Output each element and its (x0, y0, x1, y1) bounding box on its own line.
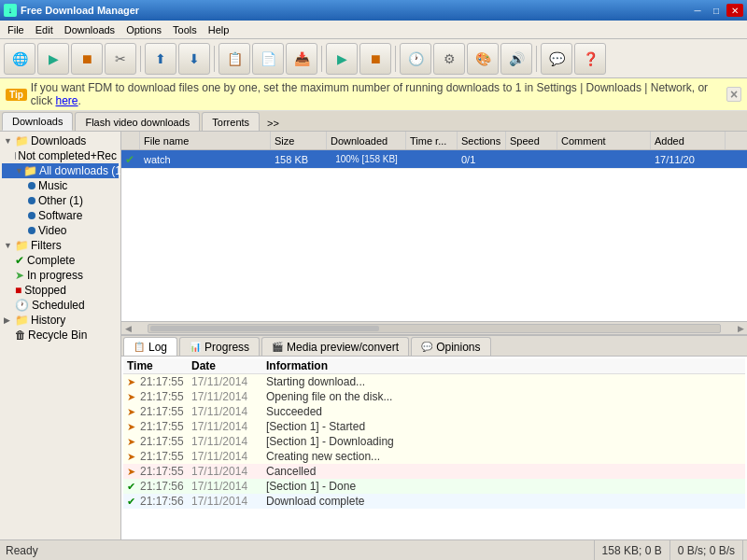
hscroll-thumb[interactable] (150, 326, 379, 331)
forum-button[interactable]: 💬 (541, 43, 572, 75)
sidebar-label-recycle-bin: Recycle Bin (28, 329, 87, 342)
log-row-date: 17/11/2014 (191, 480, 266, 493)
col-header-downloaded[interactable]: Downloaded (327, 132, 406, 149)
log-row: ➤ 21:17:55 17/11/2014 [Section 1] - Down… (123, 434, 745, 449)
start-all-button[interactable]: ▶ (326, 43, 358, 75)
menu-tools[interactable]: Tools (167, 22, 203, 37)
sidebar-item-scheduled[interactable]: 🕐 Scheduled (2, 298, 119, 313)
bottom-tab-progress-label: Progress (204, 341, 249, 354)
bottom-tab-opinions[interactable]: 💬 Opinions (411, 337, 490, 356)
sidebar-item-music[interactable]: Music (2, 178, 119, 193)
hscroll-right-button[interactable]: ▶ (734, 324, 747, 333)
row-time-remaining (406, 150, 458, 168)
log-row: ➤ 21:17:55 17/11/2014 Succeeded (123, 404, 745, 419)
sidebar-item-not-completed[interactable]: Not completed+Rec (2, 148, 119, 163)
sidebar-group-downloads[interactable]: ▼ 📁 Downloads (2, 133, 119, 148)
col-header-added[interactable]: Added (651, 132, 726, 149)
sidebar-label-complete: Complete (27, 254, 75, 267)
log-row-time: 21:17:55 (140, 435, 191, 448)
menu-help[interactable]: Help (203, 22, 235, 37)
sidebar-item-history[interactable]: ▶ 📁 History (2, 313, 119, 328)
sidebar-item-recycle-bin[interactable]: 🗑 Recycle Bin (2, 328, 119, 343)
col-header-comment[interactable]: Comment (557, 132, 651, 149)
check-icon: ✔ (125, 153, 134, 166)
log-row-icon: ➤ (127, 421, 140, 433)
toolbar-separator-5 (536, 46, 537, 72)
sidebar-label-history: History (31, 314, 65, 327)
help-button[interactable]: ❓ (574, 43, 606, 75)
stop-stopped-icon: ■ (15, 284, 21, 297)
main-area: ▼ 📁 Downloads Not completed+Rec ▼ 📁 All … (0, 132, 747, 539)
log-area: Time Date Information ➤ 21:17:55 17/11/2… (121, 357, 747, 539)
tab-downloads[interactable]: Downloads (2, 112, 73, 131)
tip-text: If you want FDM to download files one by… (31, 81, 723, 107)
title-bar: ↓ Free Download Manager ─ □ ✕ (0, 0, 747, 21)
log-rows-container: ➤ 21:17:55 17/11/2014 Starting download.… (123, 374, 745, 509)
recycle-bin-icon: 🗑 (15, 329, 26, 342)
log-row-icon: ➤ (127, 451, 140, 463)
sidebar-item-complete[interactable]: ✔ Complete (2, 253, 119, 268)
hscroll-track[interactable] (148, 324, 721, 333)
log-row-icon: ➤ (127, 376, 140, 388)
import-button[interactable]: 📥 (286, 43, 317, 75)
menu-options[interactable]: Options (120, 22, 167, 37)
resume-button[interactable]: ▶ (37, 43, 69, 75)
stop-button[interactable]: ⏹ (71, 43, 103, 75)
dot-other-icon (28, 197, 35, 204)
sidebar-item-video[interactable]: Video (2, 223, 119, 238)
toolbar-separator-2 (214, 46, 215, 72)
tab-torrents[interactable]: Torrents (202, 112, 260, 131)
move-down-button[interactable]: ⬇ (178, 43, 210, 75)
log-row: ✔ 21:17:56 17/11/2014 Download complete (123, 494, 745, 509)
tip-close-button[interactable]: × (726, 87, 741, 102)
sidebar-item-in-progress[interactable]: ➤ In progress (2, 268, 119, 283)
tab-more[interactable]: >> (261, 116, 285, 131)
col-header-filename[interactable]: File name (140, 132, 271, 149)
sidebar-item-stopped[interactable]: ■ Stopped (2, 283, 119, 298)
status-bar: Ready 158 KB; 0 B 0 B/s; 0 B/s (0, 539, 747, 560)
sidebar-item-all-downloads[interactable]: ▼ 📁 All downloads (1) (2, 163, 119, 178)
menu-edit[interactable]: Edit (30, 22, 59, 37)
window-controls[interactable]: ─ □ ✕ (689, 4, 743, 17)
log-row-icon: ✔ (127, 481, 140, 493)
menu-downloads[interactable]: Downloads (59, 22, 120, 37)
sidebar-item-software[interactable]: Software (2, 208, 119, 223)
bottom-tab-media[interactable]: 🎬 Media preview/convert (261, 337, 409, 356)
tab-flash-video[interactable]: Flash video downloads (75, 112, 200, 131)
stop-all-button[interactable]: ⏹ (359, 43, 391, 75)
sidebar-label-in-progress: In progress (27, 269, 83, 282)
sidebar-label-filters: Filters (31, 239, 62, 252)
properties-button[interactable]: 📄 (252, 43, 284, 75)
col-header-size[interactable]: Size (271, 132, 327, 149)
log-row: ➤ 21:17:55 17/11/2014 Creating new secti… (123, 449, 745, 464)
col-header-speed[interactable]: Speed (506, 132, 557, 149)
col-header-time-remaining[interactable]: Time r... (406, 132, 458, 149)
sounds-button[interactable]: 🔊 (500, 43, 532, 75)
add-url-button[interactable]: 🌐 (4, 43, 35, 75)
remove-button[interactable]: ✂ (105, 43, 136, 75)
hscroll-left-button[interactable]: ◀ (121, 324, 134, 333)
sidebar-item-other[interactable]: Other (1) (2, 193, 119, 208)
horizontal-scrollbar[interactable]: ◀ ▶ (121, 321, 747, 334)
move-up-button[interactable]: ⬆ (145, 43, 176, 75)
maximize-button[interactable]: □ (708, 4, 725, 17)
clipboard-button[interactable]: 📋 (218, 43, 250, 75)
status-speed: 0 B/s; 0 B/s (670, 540, 743, 560)
sidebar-label-software: Software (38, 209, 82, 222)
bottom-tab-log[interactable]: 📋 Log (123, 337, 177, 356)
close-button[interactable]: ✕ (726, 4, 743, 17)
minimize-button[interactable]: ─ (689, 4, 706, 17)
sidebar-group-filters[interactable]: ▼ 📁 Filters (2, 238, 119, 253)
sidebar-label-not-completed: Not completed+Rec (18, 149, 117, 162)
file-list: ✔ watch 158 KB 100% [158 KB] 0/1 17/11/2… (121, 150, 747, 321)
skin-button[interactable]: 🎨 (467, 43, 499, 75)
table-row[interactable]: ✔ watch 158 KB 100% [158 KB] 0/1 17/11/2… (121, 150, 747, 169)
settings-button[interactable]: ⚙ (433, 43, 465, 75)
col-header-sections[interactable]: Sections (458, 132, 506, 149)
bottom-tab-progress[interactable]: 📊 Progress (179, 337, 260, 356)
schedule-button[interactable]: 🕐 (400, 43, 431, 75)
menu-bar: File Edit Downloads Options Tools Help (0, 21, 747, 39)
tip-link[interactable]: here (56, 94, 78, 107)
row-added: 17/11/20 (651, 150, 726, 168)
menu-file[interactable]: File (2, 22, 30, 37)
